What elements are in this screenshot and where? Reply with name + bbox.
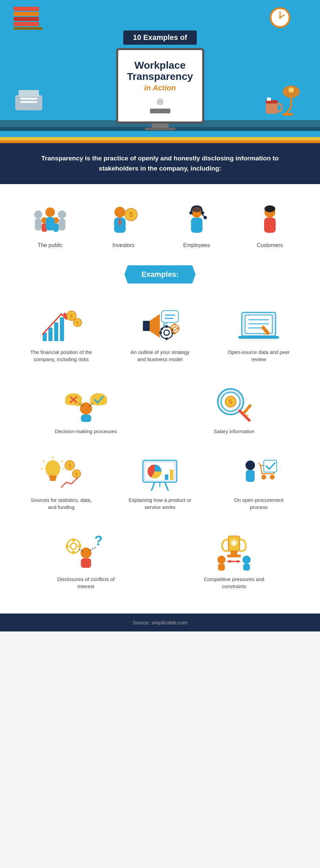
svg-point-33 xyxy=(189,211,193,215)
svg-text:?: ? xyxy=(94,533,103,548)
decision-making-label: Decision-making processes xyxy=(55,428,117,435)
example-open-source-data: Open-source data and peer review xyxy=(221,304,296,366)
example-explaining-product: Explaining how a product or service work… xyxy=(123,452,197,514)
svg-text:$: $ xyxy=(229,398,233,405)
svg-point-39 xyxy=(264,205,275,212)
svg-point-96 xyxy=(45,460,60,477)
statistics-data-icon: $ $ xyxy=(41,455,82,492)
stakeholder-the-public: The public xyxy=(20,201,81,248)
svg-rect-7 xyxy=(20,101,37,103)
svg-point-64 xyxy=(173,327,176,330)
svg-rect-68 xyxy=(177,328,179,330)
svg-marker-143 xyxy=(227,560,231,563)
stakeholder-customers: Customers xyxy=(239,201,300,248)
financial-position-icon: $ $ xyxy=(41,307,82,344)
svg-rect-25 xyxy=(46,217,55,230)
example-open-procurement: On open procurement process xyxy=(221,452,296,514)
svg-rect-129 xyxy=(78,545,81,548)
open-source-data-label: Open-source data and peer review xyxy=(225,349,293,363)
example-conflicts-of-interest: ? Disclosures of conflicts of interest xyxy=(49,528,123,593)
svg-rect-59 xyxy=(159,332,162,334)
svg-point-9 xyxy=(289,87,294,93)
svg-rect-50 xyxy=(143,321,150,331)
svg-point-116 xyxy=(246,461,255,470)
intro-section: Transparency is the practice of openly a… xyxy=(0,143,320,184)
competitive-pressures-label: Competitive pressures and constraints xyxy=(200,576,268,590)
monitor-area: 10 Examples of Workplace Transparency in… xyxy=(116,30,204,130)
svg-point-119 xyxy=(261,475,266,480)
svg-rect-57 xyxy=(166,325,168,328)
svg-line-132 xyxy=(89,547,96,551)
svg-text:$: $ xyxy=(76,320,79,326)
example-salary-information: $ Salary information xyxy=(197,380,271,438)
intro-text: Transparency is the practice of openly a… xyxy=(27,153,293,174)
svg-rect-58 xyxy=(166,337,168,340)
svg-line-113 xyxy=(151,482,155,491)
investors-label: Investors xyxy=(112,242,134,248)
coffee-cup xyxy=(264,97,279,118)
open-procurement-label: On open procurement process xyxy=(225,496,293,511)
svg-point-138 xyxy=(217,556,226,564)
svg-rect-6 xyxy=(20,98,37,99)
svg-point-56 xyxy=(164,330,169,335)
books-stack xyxy=(14,7,42,30)
svg-rect-98 xyxy=(50,478,56,481)
svg-rect-97 xyxy=(49,475,57,478)
strategy-outline-label: An outline of your strategy and business… xyxy=(126,349,194,363)
header-section: 10 Examples of Workplace Transparency in… xyxy=(0,0,320,137)
example-decision-making: Decision-making processes xyxy=(49,380,123,438)
svg-rect-123 xyxy=(81,558,91,568)
clock-icon xyxy=(269,7,291,30)
svg-rect-43 xyxy=(54,322,58,341)
examples-badge: Examples: xyxy=(124,265,195,284)
svg-rect-5 xyxy=(19,90,39,97)
svg-text:$: $ xyxy=(75,471,78,477)
footer-section: Source: simplicable.com xyxy=(0,614,320,631)
examples-section: $ $ The financial position of the compan… xyxy=(0,294,320,614)
svg-rect-135 xyxy=(227,555,241,557)
svg-rect-67 xyxy=(170,328,172,330)
svg-rect-127 xyxy=(72,551,75,554)
financial-position-label: The financial position of the company, i… xyxy=(27,349,95,363)
svg-point-140 xyxy=(242,556,251,564)
svg-rect-19 xyxy=(59,219,65,230)
svg-point-122 xyxy=(81,548,91,558)
svg-rect-44 xyxy=(60,317,64,341)
svg-text:$: $ xyxy=(129,210,133,219)
competitive-pressures-icon xyxy=(212,531,256,572)
example-financial-position: $ $ The financial position of the compan… xyxy=(24,304,99,366)
examples-row-2: Decision-making processes $ xyxy=(14,373,306,445)
svg-rect-78 xyxy=(81,415,91,422)
svg-text:$: $ xyxy=(70,313,73,319)
svg-rect-111 xyxy=(165,474,168,480)
svg-line-11 xyxy=(286,107,291,114)
svg-point-36 xyxy=(204,216,207,219)
orange-bar xyxy=(0,140,320,143)
employees-label: Employees xyxy=(183,242,210,248)
svg-rect-51 xyxy=(162,311,178,322)
svg-point-125 xyxy=(70,543,77,549)
svg-point-24 xyxy=(45,207,55,217)
salary-information-icon: $ xyxy=(212,383,256,424)
svg-point-18 xyxy=(58,210,66,219)
footer-source: Source: simplicable.com xyxy=(6,620,314,625)
svg-line-101 xyxy=(43,461,44,462)
employees-icon xyxy=(178,201,215,238)
examples-row-1: $ $ The financial position of the compan… xyxy=(14,297,306,373)
decision-making-icon xyxy=(64,383,108,424)
header-tag: 10 Examples of xyxy=(123,30,196,45)
monitor-stand-top xyxy=(152,124,169,128)
svg-rect-94 xyxy=(242,404,252,415)
svg-point-86 xyxy=(98,398,107,405)
svg-rect-128 xyxy=(66,545,69,548)
svg-rect-40 xyxy=(264,218,276,233)
svg-line-100 xyxy=(61,461,63,462)
customers-label: Customers xyxy=(257,242,283,248)
stakeholder-employees: Employees xyxy=(166,201,227,248)
svg-rect-141 xyxy=(243,564,250,571)
monitor-base xyxy=(145,128,175,130)
monitor: Workplace Transparency in Action xyxy=(116,48,204,124)
the-public-label: The public xyxy=(38,242,63,248)
examples-row-3: $ $ Sources for statistics, data, and fu… xyxy=(14,445,306,521)
printer-icon xyxy=(14,88,44,113)
